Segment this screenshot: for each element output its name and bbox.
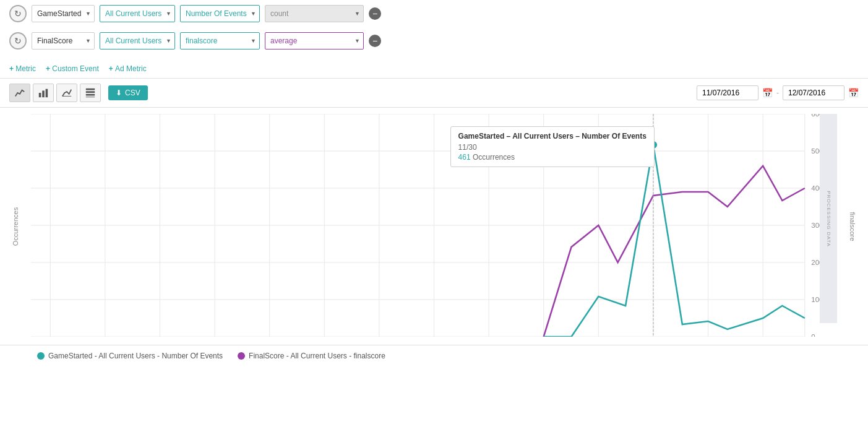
refresh-btn-2[interactable]: ↻: [9, 32, 27, 50]
metric-select-2-wrapper: GameStarted FinalScore: [32, 32, 95, 50]
remove-row-2-btn[interactable]: −: [369, 35, 381, 47]
audience-select-2-wrapper: All Current Users New Users: [100, 32, 175, 50]
legend-dot-0: [37, 352, 45, 360]
date-range: 📅 - 📅: [697, 85, 859, 100]
tooltip-title: GameStarted – All Current Users – Number…: [458, 132, 647, 141]
tooltip-value: 461 Occurrences: [458, 153, 647, 162]
svg-rect-7: [86, 97, 95, 97]
legend-item-1: FinalScore - All Current Users - finalsc…: [238, 352, 385, 360]
chart-svg: 600 500 400 300 200 100 0 600 500 400 30…: [31, 114, 837, 337]
line-chart-btn[interactable]: [9, 84, 30, 102]
bar-chart-btn[interactable]: [33, 84, 54, 102]
event-select-1-wrapper: Number Of Events finalscore: [180, 5, 260, 22]
svg-text:0: 0: [811, 333, 815, 337]
svg-rect-5: [86, 91, 95, 93]
legend-dot-1: [238, 352, 245, 360]
remove-row-1-btn[interactable]: −: [369, 7, 381, 20]
chart-area: Occurrences: [0, 108, 868, 345]
aggregation-select-2[interactable]: count average sum: [265, 32, 364, 50]
svg-rect-1: [42, 90, 45, 97]
event-select-2[interactable]: Number Of Events finalscore: [180, 32, 260, 50]
audience-select-1[interactable]: All Current Users New Users: [100, 5, 175, 22]
legend-label-0: GameStarted - All Current Users - Number…: [48, 352, 223, 360]
table-btn[interactable]: [80, 84, 101, 102]
date-separator: -: [776, 89, 779, 97]
event-select-1[interactable]: Number Of Events finalscore: [180, 5, 260, 22]
metric-select-2[interactable]: GameStarted FinalScore: [32, 32, 95, 50]
tooltip-date: 11/30: [458, 143, 647, 152]
chart-legend: GameStarted - All Current Users - Number…: [0, 345, 868, 366]
calendar-start-icon[interactable]: 📅: [762, 88, 773, 98]
processing-data-label: PROCESSING DATA: [826, 191, 831, 247]
chart-toolbar: ⬇ CSV 📅 - 📅: [0, 78, 868, 108]
audience-select-2[interactable]: All Current Users New Users: [100, 32, 175, 50]
svg-rect-4: [86, 89, 95, 90]
csv-btn[interactable]: ⬇ CSV: [108, 85, 148, 100]
processing-data-overlay: PROCESSING DATA: [820, 114, 837, 323]
svg-rect-0: [39, 93, 41, 97]
audience-select-1-wrapper: All Current Users New Users: [100, 5, 175, 22]
area-chart-btn[interactable]: [56, 84, 77, 102]
add-controls: Metric Custom Event Ad Metric: [0, 59, 868, 78]
refresh-btn-1[interactable]: ↻: [9, 5, 27, 22]
add-custom-event-link[interactable]: Custom Event: [46, 64, 99, 73]
y-axis-left-label: Occurrences: [12, 207, 19, 245]
legend-item-0: GameStarted - All Current Users - Number…: [37, 352, 223, 360]
chart-tooltip: GameStarted – All Current Users – Number…: [450, 126, 655, 167]
aggregation-select-2-wrapper: count average sum: [265, 32, 364, 50]
aggregation-select-1-wrapper: count average sum: [265, 5, 364, 22]
svg-rect-6: [86, 94, 95, 96]
add-metric-link[interactable]: Metric: [9, 64, 36, 73]
tooltip-highlight: 461: [458, 153, 471, 162]
metric-select-1-wrapper: GameStarted FinalScore: [32, 5, 95, 22]
metric-select-1[interactable]: GameStarted FinalScore: [32, 5, 95, 22]
date-end-input[interactable]: [783, 85, 844, 100]
aggregation-select-1[interactable]: count average sum: [265, 5, 364, 22]
event-select-2-wrapper: Number Of Events finalscore: [180, 32, 260, 50]
legend-label-1: FinalScore - All Current Users - finalsc…: [249, 352, 385, 360]
add-ad-metric-link[interactable]: Ad Metric: [109, 64, 147, 73]
date-start-input[interactable]: [697, 85, 758, 100]
top-controls: ↻ GameStarted FinalScore All Current Use…: [0, 0, 868, 78]
calendar-end-icon[interactable]: 📅: [848, 88, 859, 98]
svg-rect-2: [46, 89, 48, 98]
y-axis-right-label: finalscore: [849, 212, 856, 241]
